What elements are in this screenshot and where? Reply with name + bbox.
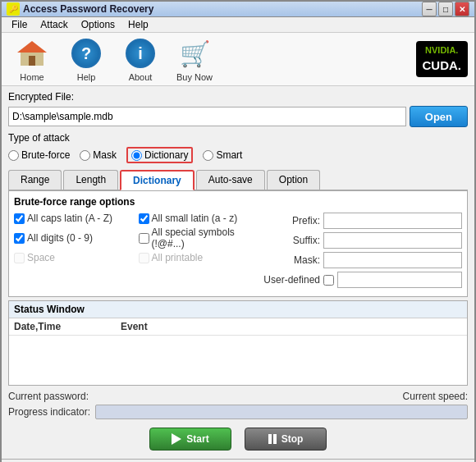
tab-length[interactable]: Length: [63, 170, 118, 190]
mask-input[interactable]: [323, 252, 462, 268]
menu-file[interactable]: File: [5, 17, 34, 32]
radio-bruteforce[interactable]: Brute-force: [8, 149, 70, 161]
file-input-row: Open: [8, 106, 468, 127]
file-row: Encrypted File:: [8, 91, 468, 103]
start-label: Start: [186, 433, 208, 445]
check-space-input[interactable]: [14, 253, 25, 263]
progress-bar: [95, 405, 468, 419]
radio-mask-label: Mask: [93, 149, 117, 161]
radio-smart[interactable]: Smart: [203, 149, 242, 161]
user-defined-check[interactable]: [323, 275, 334, 286]
attack-options-row: Brute-force Mask Dictionary Smart: [8, 145, 468, 165]
check-small: All small latin (a - z): [139, 213, 257, 224]
tab-option[interactable]: Option: [267, 170, 320, 190]
check-printable-input[interactable]: [139, 253, 149, 263]
nvidia-badge: NVIDIA. CUDA.: [416, 41, 469, 77]
checkboxes-col: All caps latin (A - Z) All small latin (…: [14, 213, 256, 291]
tab-range[interactable]: Range: [8, 170, 62, 190]
toolbar-left: Home ? Help i About 🛒 Buy No: [8, 36, 218, 82]
prefix-row: Prefix:: [263, 213, 462, 229]
tabs-section: Range Length Dictionary Auto-save Option…: [8, 170, 468, 297]
radio-bruteforce-input[interactable]: [8, 150, 19, 161]
panel-title: Brute-force range options: [14, 196, 462, 208]
toolbar: Home ? Help i About 🛒 Buy No: [2, 33, 474, 86]
prefix-label: Prefix:: [263, 215, 320, 226]
radio-dictionary[interactable]: Dictionary: [126, 147, 193, 163]
info-row: Current password: Current speed:: [8, 391, 468, 402]
suffix-row: Suffix:: [263, 232, 462, 249]
menu-bar: File Attack Options Help: [2, 17, 474, 33]
minimize-button[interactable]: ─: [422, 2, 437, 16]
pause-bar-1: [268, 434, 272, 444]
status-section: Status Window Date,Time Event: [8, 300, 468, 386]
menu-options[interactable]: Options: [75, 17, 121, 32]
start-button[interactable]: Start: [149, 428, 231, 451]
status-columns: Date,Time Event: [9, 318, 467, 336]
radio-bruteforce-label: Brute-force: [21, 149, 70, 161]
progress-indicator-label: Progress indicator:: [8, 406, 90, 418]
help-button[interactable]: ? Help: [62, 36, 110, 82]
cuda-text: CUDA.: [423, 57, 462, 74]
tabs-row: Range Length Dictionary Auto-save Option: [8, 170, 468, 190]
col-event: Event: [121, 321, 462, 332]
menu-help[interactable]: Help: [121, 17, 155, 32]
prefix-input[interactable]: [323, 213, 462, 229]
open-button[interactable]: Open: [410, 106, 468, 127]
check-space: Space: [14, 252, 132, 263]
radio-mask[interactable]: Mask: [80, 149, 117, 161]
progress-section: Current password: Current speed: Progres…: [8, 389, 468, 421]
check-small-input[interactable]: [139, 213, 149, 224]
main-content: Encrypted File: Open Type of attack Brut…: [2, 86, 474, 459]
file-input[interactable]: [8, 107, 406, 126]
title-bar-buttons: ─ □ ✕: [422, 2, 469, 16]
help-label: Help: [77, 72, 96, 82]
check-digits-input[interactable]: [14, 233, 25, 244]
user-defined-input[interactable]: [337, 272, 462, 288]
close-button[interactable]: ✕: [455, 2, 469, 16]
about-icon: i: [123, 36, 158, 71]
radio-mask-input[interactable]: [80, 150, 90, 161]
buynow-label: Buy Now: [176, 72, 213, 82]
tab-autosave[interactable]: Auto-save: [196, 170, 265, 190]
title-bar-left: 🔑 Access Password Recovery: [7, 2, 153, 16]
check-special: All special symbols (!@#...): [139, 226, 257, 249]
tab-dictionary[interactable]: Dictionary: [120, 170, 195, 190]
play-icon: [172, 433, 181, 445]
progress-row: Progress indicator:: [8, 405, 468, 419]
radio-dictionary-input[interactable]: [131, 150, 142, 161]
pause-bar-2: [273, 434, 277, 444]
user-defined-row: User-defined: [263, 272, 462, 288]
main-window: 🔑 Access Password Recovery ─ □ ✕ File At…: [0, 0, 476, 462]
help-icon-circle: ?: [71, 39, 101, 68]
check-digits: All digits (0 - 9): [14, 226, 132, 249]
maximize-button[interactable]: □: [438, 2, 453, 16]
nvidia-text: NVIDIA.: [423, 44, 462, 57]
check-special-label: All special symbols (!@#...): [152, 226, 257, 249]
file-label: Encrypted File:: [8, 91, 74, 103]
check-printable: All printable: [139, 252, 257, 263]
attack-type-label: Type of attack: [8, 132, 468, 144]
title-bar-text: Access Password Recovery: [23, 3, 153, 15]
options-col: Prefix: Suffix: Mask: User-defined: [263, 213, 462, 291]
buynow-button[interactable]: 🛒 Buy Now: [171, 36, 218, 82]
check-special-input[interactable]: [139, 233, 149, 244]
button-row: Start Stop: [8, 424, 468, 454]
about-icon-circle: i: [126, 39, 155, 68]
menu-attack[interactable]: Attack: [34, 17, 74, 32]
check-digits-label: All digits (0 - 9): [27, 232, 93, 244]
about-button[interactable]: i About: [117, 36, 164, 82]
radio-smart-label: Smart: [216, 149, 242, 161]
user-defined-label: User-defined: [263, 274, 320, 286]
attack-type-section: Type of attack Brute-force Mask Dictiona…: [8, 132, 468, 165]
stop-button[interactable]: Stop: [245, 428, 327, 451]
current-password-label: Current password:: [8, 391, 89, 402]
check-caps-label: All caps latin (A - Z): [27, 213, 112, 224]
mask-label: Mask:: [263, 254, 320, 266]
panel-inner: All caps latin (A - Z) All small latin (…: [14, 213, 462, 291]
radio-smart-input[interactable]: [203, 150, 213, 161]
check-printable-label: All printable: [152, 252, 204, 263]
home-button[interactable]: Home: [8, 36, 56, 82]
check-caps-input[interactable]: [14, 213, 25, 224]
home-icon: [15, 36, 49, 71]
suffix-input[interactable]: [323, 232, 462, 249]
